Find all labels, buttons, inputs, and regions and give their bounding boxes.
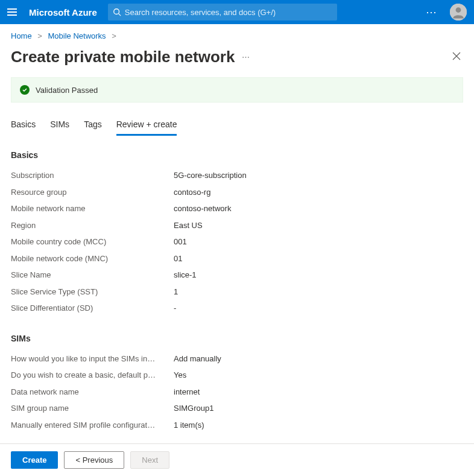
kv-value: Yes: [174, 369, 186, 381]
kv-row: Data network nameinternet: [11, 384, 463, 401]
brand-label: Microsoft Azure: [29, 7, 97, 17]
create-button[interactable]: Create: [11, 451, 58, 469]
kv-value: -: [174, 302, 176, 314]
search-icon: [113, 8, 121, 16]
chevron-right-icon: >: [112, 31, 116, 40]
top-header: Microsoft Azure ⋯: [0, 0, 474, 24]
kv-label: How would you like to input the SIMs in…: [11, 353, 174, 365]
kv-row: Mobile country code (MCC)001: [11, 233, 463, 250]
next-button: Next: [130, 451, 169, 469]
header-more-icon[interactable]: ⋯: [426, 5, 438, 19]
kv-value: contoso-network: [174, 203, 231, 215]
footer-bar: Create < Previous Next: [0, 443, 474, 476]
title-more-icon[interactable]: ⋯: [242, 52, 250, 62]
hamburger-menu-icon[interactable]: [7, 6, 19, 18]
kv-label: Slice Differentiator (SD): [11, 302, 174, 314]
kv-row: Manually entered SIM profile configurat……: [11, 417, 463, 434]
tabs: Basics SIMs Tags Review + create: [11, 115, 463, 136]
validation-banner: Validation Passed: [11, 77, 463, 103]
previous-button[interactable]: < Previous: [64, 451, 124, 469]
user-icon: [450, 4, 467, 21]
kv-value: 1: [174, 286, 178, 298]
kv-value: internet: [174, 386, 200, 398]
kv-value: slice-1: [174, 269, 197, 281]
kv-label: SIM group name: [11, 402, 174, 414]
kv-row: Subscription5G-core-subscription: [11, 167, 463, 184]
kv-row: Slice Differentiator (SD)-: [11, 300, 463, 317]
kv-label: Subscription: [11, 170, 174, 182]
search-box[interactable]: [108, 4, 337, 21]
kv-label: Region: [11, 220, 174, 232]
section-heading-sims: SIMs: [11, 334, 463, 343]
search-input[interactable]: [125, 8, 332, 17]
breadcrumb-home[interactable]: Home: [11, 31, 32, 40]
close-icon: [452, 52, 461, 60]
kv-label: Slice Service Type (SST): [11, 286, 174, 298]
close-button[interactable]: [450, 49, 463, 65]
kv-value: SIMGroup1: [174, 402, 213, 414]
title-row: Create private mobile network ⋯: [0, 45, 474, 77]
kv-value: 1 item(s): [174, 419, 204, 431]
breadcrumb-mobile-networks[interactable]: Mobile Networks: [48, 31, 106, 40]
kv-row: Slice Nameslice-1: [11, 267, 463, 284]
kv-label: Manually entered SIM profile configurat…: [11, 419, 174, 431]
kv-row: Resource groupcontoso-rg: [11, 184, 463, 201]
kv-row: SIM group nameSIMGroup1: [11, 400, 463, 417]
svg-point-0: [114, 9, 119, 14]
kv-label: Mobile country code (MCC): [11, 236, 174, 248]
breadcrumb: Home > Mobile Networks >: [0, 24, 474, 45]
tab-review-create[interactable]: Review + create: [116, 115, 177, 136]
basics-list: Subscription5G-core-subscription Resourc…: [11, 167, 463, 317]
svg-line-1: [118, 14, 121, 16]
kv-row: Mobile network code (MNC)01: [11, 250, 463, 267]
kv-row: Do you wish to create a basic, default p…: [11, 367, 463, 384]
sims-list: How would you like to input the SIMs in……: [11, 351, 463, 434]
chevron-right-icon: >: [37, 31, 42, 40]
kv-value: Add manually: [174, 353, 221, 365]
tab-basics[interactable]: Basics: [11, 115, 36, 136]
check-circle-icon: [20, 85, 30, 95]
kv-label: Mobile network code (MNC): [11, 253, 174, 265]
kv-row: Mobile network namecontoso-network: [11, 200, 463, 217]
kv-label: Mobile network name: [11, 203, 174, 215]
kv-label: Do you wish to create a basic, default p…: [11, 369, 174, 381]
page-title: Create private mobile network: [11, 48, 235, 66]
kv-value: 5G-core-subscription: [174, 170, 247, 182]
kv-label: Slice Name: [11, 269, 174, 281]
kv-value: contoso-rg: [174, 186, 210, 198]
kv-value: 01: [174, 253, 182, 265]
tab-tags[interactable]: Tags: [84, 115, 102, 136]
kv-label: Resource group: [11, 186, 174, 198]
kv-label: Data network name: [11, 386, 174, 398]
user-avatar[interactable]: [450, 4, 467, 21]
kv-row: RegionEast US: [11, 217, 463, 234]
svg-point-3: [456, 7, 461, 13]
kv-row: How would you like to input the SIMs in……: [11, 351, 463, 367]
kv-row: Slice Service Type (SST)1: [11, 284, 463, 300]
kv-value: 001: [174, 236, 187, 248]
validation-message: Validation Passed: [36, 86, 98, 95]
tab-sims[interactable]: SIMs: [50, 115, 69, 136]
section-heading-basics: Basics: [11, 150, 463, 160]
kv-value: East US: [174, 220, 203, 232]
